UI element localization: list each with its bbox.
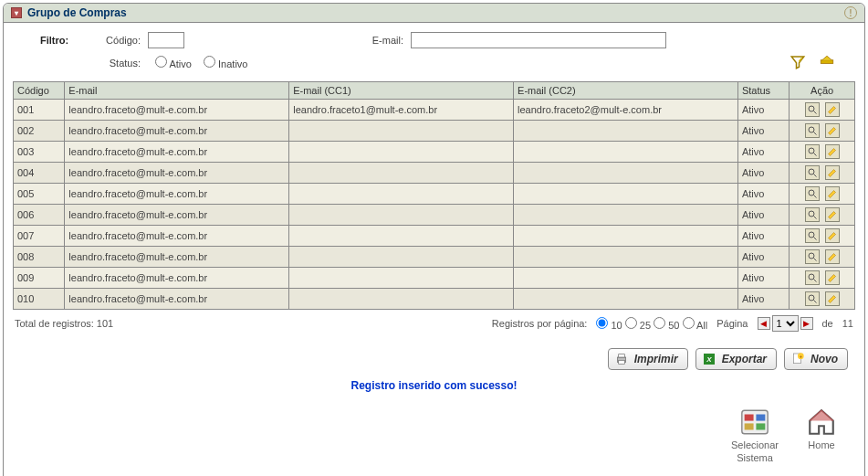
selecionar-sistema-button[interactable]: Selecionar Sistema: [731, 407, 779, 463]
edit-icon[interactable]: [825, 144, 840, 159]
view-icon[interactable]: [805, 186, 820, 201]
imprimir-button[interactable]: Imprimir: [608, 348, 688, 370]
view-icon[interactable]: [805, 291, 820, 306]
novo-button[interactable]: + Novo: [784, 348, 848, 370]
svg-line-14: [813, 238, 816, 240]
svg-text:+: +: [800, 354, 802, 359]
exportar-button[interactable]: X Exportar: [695, 348, 777, 370]
page-select[interactable]: 1: [772, 315, 799, 332]
cell-cc1: [289, 226, 514, 247]
cell-status: Ativo: [737, 268, 789, 289]
cell-cc2: [514, 247, 738, 268]
svg-line-18: [813, 280, 816, 282]
view-icon[interactable]: [805, 144, 820, 159]
panel-title: Grupo de Compras: [27, 6, 127, 19]
view-icon[interactable]: [805, 207, 820, 222]
th-codigo[interactable]: Código: [14, 82, 65, 100]
filter-clear-icon[interactable]: [819, 54, 835, 72]
svg-point-13: [809, 232, 814, 238]
table-row: 003leandro.fraceto@mult-e.com.brAtivo: [14, 142, 855, 163]
radio-inativo[interactable]: Inativo: [204, 58, 247, 69]
cell-email: leandro.fraceto@mult-e.com.br: [65, 184, 289, 205]
filter-area: Filtro: Código: E-mail: Status: Ativo In…: [4, 23, 864, 81]
th-email[interactable]: E-mail: [65, 82, 289, 100]
edit-icon[interactable]: [825, 102, 840, 117]
view-icon[interactable]: [805, 249, 820, 264]
cell-cc2: [514, 184, 738, 205]
perpage-25[interactable]: 25: [625, 320, 651, 331]
cell-codigo: 007: [14, 226, 65, 247]
cell-acao: [790, 247, 855, 268]
edit-icon[interactable]: [825, 249, 840, 264]
cell-cc2: [514, 142, 738, 163]
cell-acao: [790, 121, 855, 142]
edit-icon[interactable]: [825, 270, 840, 285]
de-label: de: [822, 318, 833, 329]
cell-cc1: [289, 205, 514, 226]
svg-point-11: [809, 211, 814, 217]
cell-cc2: [514, 163, 738, 184]
th-cc2[interactable]: E-mail (CC2): [514, 82, 738, 100]
svg-text:X: X: [706, 355, 712, 364]
svg-line-8: [813, 175, 816, 177]
perpage-50[interactable]: 50: [654, 320, 679, 331]
edit-icon[interactable]: [825, 123, 840, 138]
email-input[interactable]: [411, 32, 666, 48]
svg-point-17: [809, 274, 814, 280]
th-cc1[interactable]: E-mail (CC1): [289, 82, 514, 100]
svg-line-16: [813, 259, 816, 261]
edit-icon[interactable]: [825, 291, 840, 306]
view-icon[interactable]: [805, 123, 820, 138]
view-icon[interactable]: [805, 165, 820, 180]
collapse-icon[interactable]: ▾: [11, 7, 22, 18]
cell-email: leandro.fraceto@mult-e.com.br: [65, 163, 289, 184]
edit-icon[interactable]: [825, 165, 840, 180]
cell-cc1: [289, 163, 514, 184]
cell-cc2: [514, 121, 738, 142]
view-icon[interactable]: [805, 228, 820, 243]
table-row: 006leandro.fraceto@mult-e.com.brAtivo: [14, 205, 855, 226]
svg-rect-23: [618, 360, 624, 364]
svg-line-4: [813, 132, 816, 135]
svg-rect-22: [618, 354, 624, 357]
cell-status: Ativo: [737, 205, 789, 226]
perpage-10[interactable]: 10: [596, 320, 622, 331]
cell-status: Ativo: [737, 247, 789, 268]
cell-status: Ativo: [737, 289, 789, 310]
radio-ativo[interactable]: Ativo: [155, 58, 192, 69]
svg-line-20: [813, 301, 816, 303]
svg-line-2: [813, 111, 816, 114]
filter-label: Filtro:: [40, 35, 77, 46]
perpage-label: Registros por página:: [492, 318, 588, 329]
codigo-input[interactable]: [148, 32, 184, 48]
edit-icon[interactable]: [825, 228, 840, 243]
total-label: Total de registros: 101: [15, 318, 113, 329]
cell-acao: [790, 268, 855, 289]
perpage-all[interactable]: All: [683, 320, 708, 331]
cell-acao: [790, 142, 855, 163]
edit-icon[interactable]: [825, 186, 840, 201]
cell-status: Ativo: [737, 121, 789, 142]
printer-icon: [614, 352, 629, 366]
success-message: Registro inserido com sucesso!: [4, 374, 864, 397]
home-button[interactable]: Home: [806, 407, 837, 463]
page-next-icon[interactable]: ▶: [800, 317, 813, 330]
page-prev-icon[interactable]: ◀: [758, 317, 770, 330]
cell-cc2: [514, 205, 738, 226]
svg-point-5: [809, 148, 814, 153]
cell-acao: [790, 205, 855, 226]
info-icon[interactable]: !: [844, 6, 857, 19]
th-status[interactable]: Status: [737, 82, 789, 100]
cell-cc2: [514, 226, 738, 247]
cell-acao: [790, 163, 855, 184]
cell-cc2: leandro.fraceto2@mult-e.com.br: [514, 100, 738, 121]
cell-email: leandro.fraceto@mult-e.com.br: [65, 142, 289, 163]
view-icon[interactable]: [805, 270, 820, 285]
svg-rect-0: [821, 59, 833, 63]
cell-email: leandro.fraceto@mult-e.com.br: [65, 268, 289, 289]
data-table: Código E-mail E-mail (CC1) E-mail (CC2) …: [13, 81, 855, 310]
svg-point-1: [809, 106, 814, 111]
edit-icon[interactable]: [825, 207, 840, 222]
view-icon[interactable]: [805, 102, 820, 117]
filter-apply-icon[interactable]: [790, 54, 806, 72]
